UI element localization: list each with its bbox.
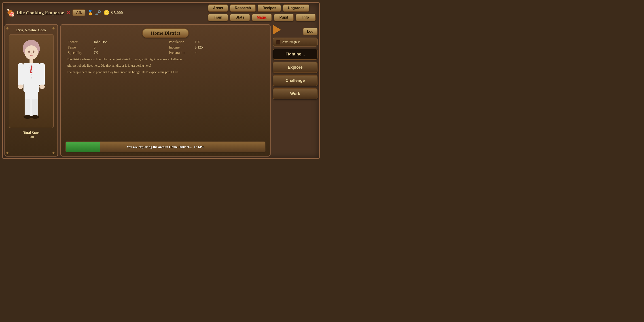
district-info-grid: Owner John Doe Population 100 Fame 0 Inc…	[66, 40, 266, 55]
top-row-right: Log	[273, 24, 318, 35]
preparation-value: 4	[195, 51, 196, 55]
income-row: Income $ 125	[169, 46, 263, 50]
afk-area: ✕ Afk 🏅 🗝️	[66, 10, 101, 16]
speciality-row: Speciality ???	[68, 51, 162, 55]
progress-percent: 17.14%	[194, 145, 204, 149]
description-line-3: The people here are so poor that they li…	[67, 70, 264, 75]
svg-point-11	[31, 74, 32, 75]
district-description: The district where you live. The owner j…	[66, 57, 266, 75]
svg-rect-13	[18, 63, 24, 86]
nav-stats-button[interactable]: Stats	[230, 14, 250, 21]
district-title-bar: Home District	[66, 28, 266, 38]
coin-icon: 🪙	[103, 10, 109, 16]
svg-rect-18	[24, 99, 30, 117]
character-panel: ◆ ◆ ◆ ◆ Ryu, Newbie Cook	[4, 24, 58, 156]
nav-row-2: Train Stats Magic Pupil Info	[208, 14, 316, 21]
svg-point-21	[31, 115, 39, 119]
progress-bar-container: You are exploring the area in Home Distr…	[66, 142, 266, 152]
nav-row-1: Areas Research Recipes Upgrades	[208, 4, 316, 12]
fame-value: 0	[94, 46, 96, 50]
nav-info-button[interactable]: Info	[296, 14, 316, 21]
corner-decoration-br: ◆	[52, 150, 56, 155]
challenge-button[interactable]: Challenge	[273, 75, 318, 86]
main-content: ◆ ◆ ◆ ◆ Ryu, Newbie Cook	[4, 24, 318, 156]
svg-point-12	[31, 77, 32, 78]
population-row: Population 100	[169, 40, 263, 44]
logo-area: 🍖 Idle Cooking Emperor	[6, 8, 64, 17]
next-district-button[interactable]	[273, 24, 281, 35]
currency-display: $ 5,000	[111, 10, 123, 15]
nav-recipes-button[interactable]: Recipes	[258, 4, 281, 12]
preparation-label: Preparation	[169, 51, 191, 55]
svg-point-4	[28, 50, 30, 53]
svg-point-10	[31, 70, 32, 72]
svg-point-20	[24, 115, 32, 119]
owner-label: Owner	[68, 40, 90, 44]
speciality-label: Speciality	[68, 51, 90, 55]
progress-text: You are exploring the area in Home Distr…	[66, 142, 265, 152]
svg-rect-6	[30, 59, 33, 63]
afk-button[interactable]: Afk	[72, 10, 86, 16]
afk-cross-icon: ✕	[66, 10, 71, 16]
badge-icon: 🏅	[87, 10, 93, 16]
app-title: Idle Cooking Emperor	[16, 10, 64, 16]
center-panel: Home District Owner John Doe Population …	[60, 24, 270, 156]
corner-decoration-bl: ◆	[6, 150, 10, 155]
population-label: Population	[169, 40, 191, 44]
logo-food-icon: 🍖	[6, 8, 15, 17]
svg-point-16	[39, 84, 45, 89]
nav-research-button[interactable]: Research	[230, 4, 256, 12]
corner-decoration-tr: ◆	[52, 26, 56, 30]
total-stats-value: 840	[29, 135, 34, 139]
corner-decoration-tl: ◆	[6, 26, 10, 30]
money-area: 🪙 $ 5,000	[103, 10, 123, 16]
svg-point-5	[33, 50, 34, 53]
auto-progress-row: Auto Progress	[273, 38, 318, 46]
description-line-1: The district where you live. The owner j…	[67, 57, 264, 62]
nav-areas-button[interactable]: Areas	[208, 4, 228, 12]
total-stats-label: Total Stats	[23, 131, 40, 135]
svg-rect-19	[32, 99, 38, 117]
character-portrait	[9, 34, 54, 128]
svg-point-15	[18, 84, 23, 89]
district-title: Home District	[142, 28, 189, 38]
svg-point-3	[24, 46, 38, 60]
nav-upgrades-button[interactable]: Upgrades	[283, 4, 309, 12]
fame-label: Fame	[68, 46, 90, 50]
nav-pupil-button[interactable]: Pupil	[274, 14, 294, 21]
income-label: Income	[169, 46, 191, 50]
auto-progress-checkbox[interactable]	[276, 40, 280, 44]
arrow-right-icon	[273, 25, 281, 35]
character-name: Ryu, Newbie Cook	[16, 28, 46, 32]
population-value: 100	[195, 40, 200, 44]
key-icon: 🗝️	[95, 10, 101, 16]
description-line-2: Almost nobody lives here. Did they all d…	[67, 63, 264, 68]
progress-message: You are exploring the area in Home Distr…	[126, 145, 192, 149]
nav-buttons: Areas Research Recipes Upgrades Train St…	[208, 4, 316, 21]
auto-progress-label: Auto Progress	[282, 40, 300, 44]
explore-button[interactable]: Explore	[273, 62, 318, 73]
owner-value: John Doe	[94, 40, 107, 44]
owner-row: Owner John Doe	[68, 40, 162, 44]
character-svg	[11, 36, 52, 126]
speciality-value: ???	[94, 51, 98, 55]
fighting-button[interactable]: Fighting...	[273, 49, 318, 60]
nav-magic-button[interactable]: Magic	[252, 14, 272, 21]
svg-rect-14	[39, 63, 45, 86]
top-bar: 🍖 Idle Cooking Emperor ✕ Afk 🏅 🗝️ 🪙 $ 5,…	[3, 3, 319, 23]
income-value: $ 125	[195, 46, 203, 50]
fame-row: Fame 0	[68, 46, 162, 50]
outer-frame: 🍖 Idle Cooking Emperor ✕ Afk 🏅 🗝️ 🪙 $ 5,…	[2, 2, 320, 159]
log-button[interactable]: Log	[303, 28, 318, 35]
right-panel: Log Auto Progress Fighting... Explore Ch…	[273, 24, 318, 156]
nav-train-button[interactable]: Train	[208, 14, 228, 21]
work-button[interactable]: Work	[273, 88, 318, 99]
preparation-row: Preparation 4	[169, 51, 263, 55]
